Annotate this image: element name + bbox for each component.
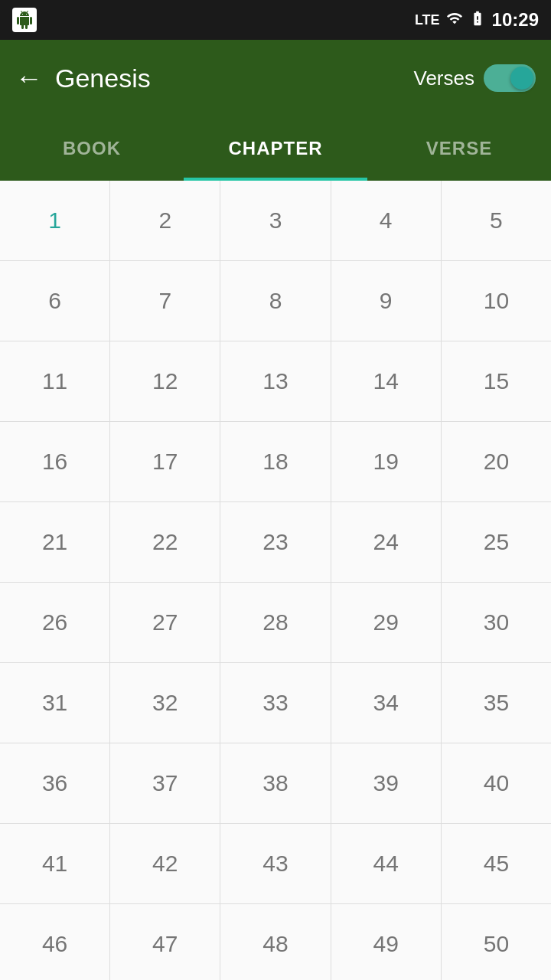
grid-row-8: 4142434445: [0, 824, 551, 904]
grid-row-5: 2627282930: [0, 583, 551, 663]
chapter-cell-15[interactable]: 15: [442, 341, 551, 421]
tab-bar: BOOK CHAPTER VERSE: [0, 116, 551, 181]
chapter-cell-28[interactable]: 28: [220, 583, 331, 662]
chapter-cell-37[interactable]: 37: [110, 743, 220, 823]
chapter-cell-6[interactable]: 6: [0, 261, 110, 341]
chapter-cell-45[interactable]: 45: [442, 824, 551, 903]
chapter-cell-17[interactable]: 17: [110, 422, 220, 501]
app-title: Genesis: [55, 64, 414, 93]
lte-icon: LTE: [415, 12, 440, 28]
toggle-knob: [510, 67, 533, 90]
tab-book[interactable]: BOOK: [0, 116, 184, 181]
tab-book-label: BOOK: [63, 138, 121, 159]
chapter-cell-21[interactable]: 21: [0, 502, 110, 582]
chapter-cell-27[interactable]: 27: [110, 583, 220, 662]
tab-verse-label: VERSE: [426, 138, 492, 159]
chapter-cell-23[interactable]: 23: [220, 502, 331, 582]
grid-row-0: 12345: [0, 181, 551, 261]
chapter-cell-49[interactable]: 49: [331, 904, 442, 980]
grid-row-4: 2122232425: [0, 502, 551, 583]
status-bar-right: LTE 10:29: [415, 9, 539, 31]
chapter-cell-22[interactable]: 22: [110, 502, 220, 582]
chapter-cell-35[interactable]: 35: [442, 663, 551, 743]
chapter-cell-41[interactable]: 41: [0, 824, 110, 903]
status-time: 10:29: [492, 9, 539, 31]
chapter-cell-1[interactable]: 1: [0, 181, 110, 260]
grid-row-6: 3132333435: [0, 663, 551, 743]
chapter-cell-5[interactable]: 5: [442, 181, 551, 260]
chapter-cell-14[interactable]: 14: [331, 341, 442, 421]
verses-label: Verses: [414, 67, 475, 90]
chapter-cell-9[interactable]: 9: [331, 261, 442, 341]
grid-row-9: 4647484950: [0, 904, 551, 980]
chapter-cell-31[interactable]: 31: [0, 663, 110, 743]
tab-chapter[interactable]: CHAPTER: [184, 116, 367, 181]
chapter-cell-25[interactable]: 25: [442, 502, 551, 582]
chapter-cell-39[interactable]: 39: [331, 743, 442, 823]
chapter-cell-24[interactable]: 24: [331, 502, 442, 582]
signal-icon: [446, 10, 463, 31]
chapter-cell-18[interactable]: 18: [220, 422, 331, 501]
chapter-cell-38[interactable]: 38: [220, 743, 331, 823]
chapter-cell-29[interactable]: 29: [331, 583, 442, 662]
chapter-cell-44[interactable]: 44: [331, 824, 442, 903]
chapter-cell-12[interactable]: 12: [110, 341, 220, 421]
chapter-cell-48[interactable]: 48: [220, 904, 331, 980]
chapter-cell-43[interactable]: 43: [220, 824, 331, 903]
status-bar: LTE 10:29: [0, 0, 551, 40]
tab-chapter-label: CHAPTER: [228, 138, 322, 159]
grid-row-2: 1112131415: [0, 341, 551, 422]
chapter-cell-32[interactable]: 32: [110, 663, 220, 743]
chapter-cell-2[interactable]: 2: [110, 181, 220, 260]
status-bar-left: [12, 8, 37, 32]
chapter-cell-19[interactable]: 19: [331, 422, 442, 501]
grid-row-1: 678910: [0, 261, 551, 341]
chapter-cell-33[interactable]: 33: [220, 663, 331, 743]
chapter-cell-13[interactable]: 13: [220, 341, 331, 421]
chapter-cell-46[interactable]: 46: [0, 904, 110, 980]
app-bar: ← Genesis Verses: [0, 40, 551, 116]
chapter-cell-40[interactable]: 40: [442, 743, 551, 823]
chapter-cell-50[interactable]: 50: [442, 904, 551, 980]
chapter-cell-30[interactable]: 30: [442, 583, 551, 662]
chapter-cell-11[interactable]: 11: [0, 341, 110, 421]
chapter-cell-3[interactable]: 3: [220, 181, 331, 260]
grid-row-7: 3637383940: [0, 743, 551, 824]
tab-verse[interactable]: VERSE: [367, 116, 551, 181]
battery-icon: [469, 10, 486, 31]
tab-active-underline: [184, 178, 367, 181]
chapter-cell-42[interactable]: 42: [110, 824, 220, 903]
chapter-cell-7[interactable]: 7: [110, 261, 220, 341]
grid-row-3: 1617181920: [0, 422, 551, 502]
android-icon: [12, 8, 37, 32]
chapter-cell-8[interactable]: 8: [220, 261, 331, 341]
chapter-cell-10[interactable]: 10: [442, 261, 551, 341]
chapter-cell-34[interactable]: 34: [331, 663, 442, 743]
chapter-cell-20[interactable]: 20: [442, 422, 551, 501]
chapter-grid: 1234567891011121314151617181920212223242…: [0, 181, 551, 980]
chapter-cell-47[interactable]: 47: [110, 904, 220, 980]
chapter-cell-4[interactable]: 4: [331, 181, 442, 260]
chapter-cell-16[interactable]: 16: [0, 422, 110, 501]
verses-toggle[interactable]: [484, 64, 536, 92]
chapter-cell-36[interactable]: 36: [0, 743, 110, 823]
back-button[interactable]: ←: [15, 64, 43, 92]
chapter-cell-26[interactable]: 26: [0, 583, 110, 662]
